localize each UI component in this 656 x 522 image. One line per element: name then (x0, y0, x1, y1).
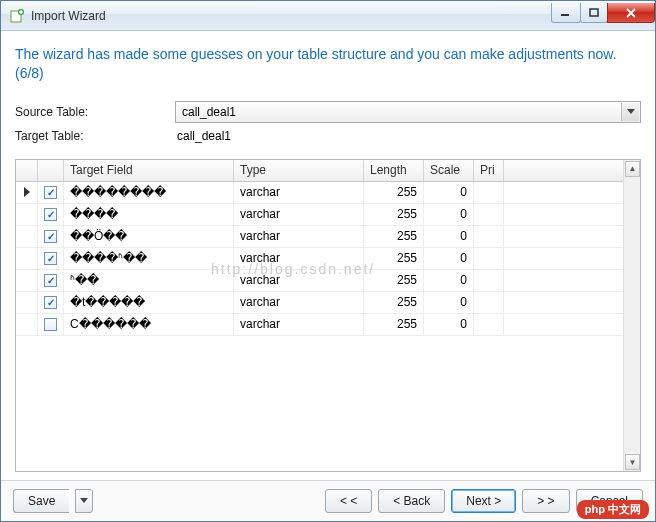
last-button[interactable]: > > (522, 489, 569, 513)
primary-cell[interactable] (474, 204, 504, 225)
row-marker (16, 226, 38, 247)
row-checkbox[interactable]: ✓ (44, 208, 57, 221)
scale-cell[interactable]: 0 (424, 204, 474, 225)
close-button[interactable] (607, 3, 655, 23)
row-checkbox[interactable]: ✓ (44, 296, 57, 309)
grid-header: Target Field Type Length Scale Pri (16, 160, 623, 182)
save-split-button: Save (13, 489, 93, 513)
col-primary[interactable]: Pri (474, 160, 504, 181)
length-cell[interactable]: 255 (364, 248, 424, 269)
row-checkbox[interactable]: ✓ (44, 252, 57, 265)
target-table-row: Target Table: call_deal1 (15, 129, 641, 143)
primary-cell[interactable] (474, 292, 504, 313)
source-table-label: Source Table: (15, 105, 175, 119)
row-checkbox[interactable] (44, 318, 57, 331)
svg-rect-3 (590, 9, 598, 16)
row-checkbox-cell: ✓ (38, 248, 64, 269)
type-cell[interactable]: varchar (234, 292, 364, 313)
titlebar[interactable]: Import Wizard (1, 1, 655, 31)
save-dropdown-button[interactable] (75, 489, 93, 513)
scale-cell[interactable]: 0 (424, 314, 474, 335)
length-cell[interactable]: 255 (364, 292, 424, 313)
window-buttons (552, 3, 655, 23)
wizard-heading: The wizard has made some guesses on your… (15, 45, 641, 83)
maximize-button[interactable] (580, 3, 608, 23)
table-row[interactable]: C������varchar2550 (16, 314, 623, 336)
row-checkbox[interactable]: ✓ (44, 274, 57, 287)
row-marker (16, 204, 38, 225)
field-cell[interactable]: C������ (64, 314, 234, 335)
next-button[interactable]: Next > (451, 489, 516, 513)
row-marker (16, 248, 38, 269)
length-cell[interactable]: 255 (364, 314, 424, 335)
primary-cell[interactable] (474, 314, 504, 335)
table-row[interactable]: ✓ʱ��varchar2550 (16, 270, 623, 292)
type-cell[interactable]: varchar (234, 204, 364, 225)
length-cell[interactable]: 255 (364, 182, 424, 203)
scroll-up-icon[interactable]: ▲ (625, 161, 640, 177)
current-row-icon (24, 187, 30, 197)
source-table-value: call_deal1 (182, 105, 236, 119)
scale-cell[interactable]: 0 (424, 182, 474, 203)
target-table-value: call_deal1 (175, 129, 231, 143)
fields-grid: Target Field Type Length Scale Pri ✓����… (15, 159, 641, 472)
save-button[interactable]: Save (13, 489, 69, 513)
footer: Save < < < Back Next > > > Cancel (1, 480, 655, 521)
row-checkbox-cell: ✓ (38, 182, 64, 203)
type-cell[interactable]: varchar (234, 248, 364, 269)
row-checkbox-cell: ✓ (38, 270, 64, 291)
field-cell[interactable]: ��Ö�� (64, 226, 234, 247)
svg-rect-2 (561, 14, 569, 16)
row-marker (16, 314, 38, 335)
first-button[interactable]: < < (325, 489, 372, 513)
field-cell[interactable]: �t����� (64, 292, 234, 313)
col-type[interactable]: Type (234, 160, 364, 181)
scroll-down-icon[interactable]: ▼ (625, 454, 640, 470)
table-row[interactable]: ✓����ʱ��varchar2550 (16, 248, 623, 270)
table-row[interactable]: ✓�t�����varchar2550 (16, 292, 623, 314)
type-cell[interactable]: varchar (234, 226, 364, 247)
col-scale[interactable]: Scale (424, 160, 474, 181)
primary-cell[interactable] (474, 270, 504, 291)
type-cell[interactable]: varchar (234, 270, 364, 291)
col-marker[interactable] (16, 160, 38, 181)
scale-cell[interactable]: 0 (424, 292, 474, 313)
col-target-field[interactable]: Target Field (64, 160, 234, 181)
vertical-scrollbar[interactable]: ▲ ▼ (623, 160, 640, 471)
window-title: Import Wizard (31, 9, 552, 23)
col-check[interactable] (38, 160, 64, 181)
type-cell[interactable]: varchar (234, 182, 364, 203)
field-cell[interactable]: �������� (64, 182, 234, 203)
app-icon (9, 8, 25, 24)
field-cell[interactable]: ʱ�� (64, 270, 234, 291)
row-marker (16, 292, 38, 313)
field-cell[interactable]: ���� (64, 204, 234, 225)
length-cell[interactable]: 255 (364, 226, 424, 247)
primary-cell[interactable] (474, 226, 504, 247)
row-checkbox[interactable]: ✓ (44, 186, 57, 199)
table-row[interactable]: ✓��Ö��varchar2550 (16, 226, 623, 248)
row-checkbox-cell: ✓ (38, 292, 64, 313)
table-row[interactable]: ✓��������varchar2550 (16, 182, 623, 204)
row-checkbox-cell: ✓ (38, 226, 64, 247)
primary-cell[interactable] (474, 248, 504, 269)
brand-badge: php 中文网 (577, 500, 649, 519)
row-checkbox[interactable]: ✓ (44, 230, 57, 243)
field-cell[interactable]: ����ʱ�� (64, 248, 234, 269)
table-row[interactable]: ✓����varchar2550 (16, 204, 623, 226)
scale-cell[interactable]: 0 (424, 248, 474, 269)
grid-body: ✓��������varchar2550✓����varchar2550✓��Ö… (16, 182, 623, 471)
dropdown-arrow-icon (621, 103, 639, 121)
length-cell[interactable]: 255 (364, 204, 424, 225)
back-button[interactable]: < Back (378, 489, 445, 513)
source-table-select[interactable]: call_deal1 (175, 101, 641, 123)
target-table-label: Target Table: (15, 129, 175, 143)
length-cell[interactable]: 255 (364, 270, 424, 291)
minimize-button[interactable] (551, 3, 581, 23)
content-area: The wizard has made some guesses on your… (1, 31, 655, 480)
primary-cell[interactable] (474, 182, 504, 203)
scale-cell[interactable]: 0 (424, 270, 474, 291)
type-cell[interactable]: varchar (234, 314, 364, 335)
col-length[interactable]: Length (364, 160, 424, 181)
scale-cell[interactable]: 0 (424, 226, 474, 247)
